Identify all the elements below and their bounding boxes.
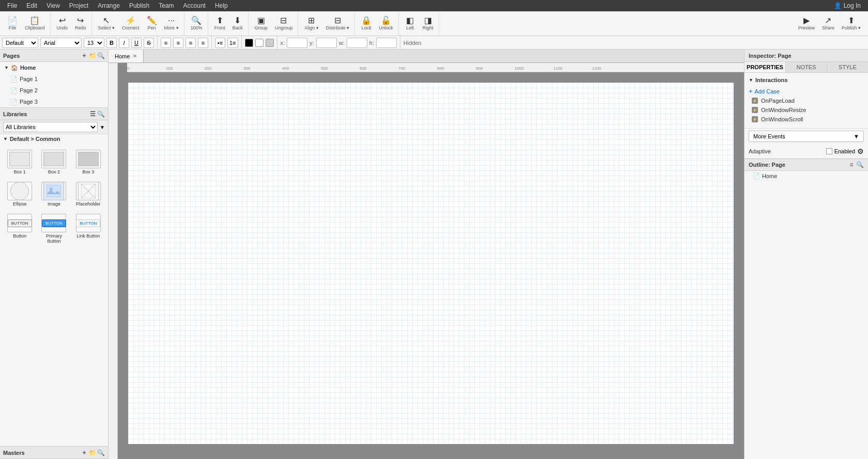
- bold-button[interactable]: B: [106, 38, 117, 48]
- new-file-button[interactable]: 📄 File: [4, 13, 21, 34]
- menu-arrange[interactable]: Arrange: [94, 1, 124, 10]
- library-item-box3[interactable]: Box 3: [73, 148, 104, 177]
- front-button[interactable]: ⬆ Front: [211, 13, 228, 34]
- ungroup-button[interactable]: ⊟ Ungroup: [272, 13, 296, 34]
- pages-folder-icon[interactable]: 📁: [88, 52, 97, 60]
- more-events-button[interactable]: More Events ▼: [749, 131, 864, 142]
- menu-help[interactable]: Help: [211, 1, 232, 10]
- menu-file[interactable]: File: [3, 1, 21, 10]
- font-size-select[interactable]: 13: [84, 38, 104, 48]
- pages-search-icon[interactable]: 🔍: [97, 52, 105, 60]
- menu-edit[interactable]: Edit: [22, 1, 41, 10]
- login-button[interactable]: 👤 Log In: [830, 1, 865, 10]
- select-button[interactable]: ↖ Select ▾: [95, 13, 118, 34]
- zoom-select[interactable]: 🔍 100%: [188, 13, 206, 34]
- page-item-page2[interactable]: 📄 Page 2: [0, 85, 108, 96]
- right-button[interactable]: ◨ Right: [420, 13, 437, 34]
- library-item-button[interactable]: BUTTON Button: [4, 212, 35, 246]
- h-input[interactable]: [376, 38, 397, 48]
- left-icon: ◧: [406, 17, 414, 25]
- y-label: y:: [309, 40, 314, 46]
- library-item-ellipse[interactable]: Ellipse: [4, 180, 35, 209]
- pages-add-icon[interactable]: +: [80, 52, 88, 60]
- bg-color-picker[interactable]: [255, 39, 264, 47]
- canvas-tab-home[interactable]: Home ✕: [109, 50, 144, 62]
- redo-button[interactable]: ↪ Redo: [72, 13, 89, 34]
- preview-button[interactable]: ▶ Preview: [795, 13, 818, 34]
- event-item-onwindowscroll[interactable]: ⚡ OnWindowScroll: [749, 115, 864, 124]
- align-center-button[interactable]: ≡: [173, 38, 183, 48]
- align-button[interactable]: ⊞ Align ▾: [301, 13, 322, 34]
- inspector-tab-notes[interactable]: NOTES: [786, 62, 827, 72]
- page-item-page3[interactable]: 📄 Page 3: [0, 96, 108, 107]
- masters-add-icon[interactable]: +: [80, 449, 88, 457]
- libraries-search-icon[interactable]: 🔍: [97, 110, 105, 118]
- underline-button[interactable]: U: [131, 38, 142, 48]
- number-list-button[interactable]: 1≡: [227, 38, 238, 48]
- menu-account[interactable]: Account: [179, 1, 210, 10]
- canvas-background[interactable]: [118, 72, 744, 459]
- menu-view[interactable]: View: [42, 1, 64, 10]
- outline-item-home[interactable]: 📄 Home: [745, 171, 868, 181]
- library-item-primary-button[interactable]: BUTTON Primary Button: [38, 212, 69, 246]
- left-button[interactable]: ◧ Left: [402, 13, 419, 34]
- libraries-header: Libraries ☰ 🔍: [0, 108, 108, 120]
- masters-folder-icon[interactable]: 📁: [88, 449, 97, 457]
- style-select[interactable]: Default: [2, 38, 38, 48]
- undo-button[interactable]: ↩ Undo: [54, 13, 71, 34]
- page-item-home[interactable]: ▼ 🏠 Home: [0, 62, 108, 73]
- clipboard-button[interactable]: 📋 Clipboard: [22, 13, 48, 34]
- pen-button[interactable]: ✏️ Pen: [144, 13, 160, 34]
- unlock-button[interactable]: 🔓 Unlock: [376, 13, 396, 34]
- group-button[interactable]: ▣ Group: [252, 13, 271, 34]
- share-button[interactable]: ↗ Share: [819, 13, 838, 34]
- library-item-image[interactable]: Image: [38, 180, 69, 209]
- library-item-box2[interactable]: Box 2: [38, 148, 69, 177]
- box2-label: Box 2: [48, 169, 60, 175]
- publish-button[interactable]: ⬆ Publish ▾: [839, 13, 864, 34]
- back-button[interactable]: ⬇ Back: [229, 13, 246, 34]
- canvas-tab-close[interactable]: ✕: [133, 53, 137, 59]
- text-color-picker[interactable]: [245, 39, 253, 47]
- distribute-button[interactable]: ⊟ Distribute ▾: [323, 13, 353, 34]
- adaptive-checkbox[interactable]: [826, 148, 832, 154]
- canvas-page[interactable]: [128, 83, 734, 444]
- align-justify-button[interactable]: ≡: [198, 38, 208, 48]
- outline-search-icon[interactable]: 🔍: [856, 161, 864, 169]
- menu-team[interactable]: Team: [154, 1, 178, 10]
- adaptive-settings-icon[interactable]: ⚙: [857, 147, 864, 155]
- library-filter-select[interactable]: All Libraries: [3, 122, 98, 132]
- library-item-placeholder[interactable]: Placeholder: [73, 180, 104, 209]
- event-item-onwindowresize[interactable]: ⚡ OnWindowResize: [749, 105, 864, 115]
- preview-icon: ▶: [803, 17, 810, 25]
- lock-button[interactable]: 🔒 Lock: [358, 13, 375, 34]
- strikethrough-button[interactable]: S: [144, 38, 154, 48]
- align-left-button[interactable]: ≡: [161, 38, 171, 48]
- library-filter-arrow[interactable]: ▼: [100, 124, 105, 130]
- italic-button[interactable]: I: [119, 38, 129, 48]
- bullet-list-button[interactable]: •≡: [215, 38, 225, 48]
- more-tools-button[interactable]: ··· More ▾: [161, 13, 182, 34]
- y-input[interactable]: [316, 38, 337, 48]
- inspector-tab-style[interactable]: STYLE: [827, 62, 868, 72]
- border-color-picker[interactable]: [266, 39, 274, 47]
- event-item-onpageload[interactable]: ⚡ OnPageLoad: [749, 96, 864, 105]
- library-item-box1[interactable]: Box 1: [4, 148, 35, 177]
- toolbar-group-leftright: ◧ Left ◨ Right: [400, 11, 439, 36]
- font-select[interactable]: Arial: [40, 38, 82, 48]
- outline-filter-icon[interactable]: ≡: [847, 161, 856, 169]
- menu-publish[interactable]: Publish: [125, 1, 153, 10]
- add-case-button[interactable]: + Add Case: [749, 86, 864, 96]
- library-category[interactable]: ▼ Default > Common: [0, 134, 108, 144]
- canvas-scroll[interactable]: ·: [118, 72, 744, 459]
- menu-project[interactable]: Project: [65, 1, 92, 10]
- connect-button[interactable]: ⚡ Connect: [119, 13, 143, 34]
- library-item-link-button[interactable]: BUTTON Link Button: [73, 212, 104, 246]
- page-item-page1[interactable]: 📄 Page 1: [0, 73, 108, 85]
- libraries-menu-icon[interactable]: ☰: [88, 110, 97, 118]
- masters-search-icon[interactable]: 🔍: [97, 449, 105, 457]
- inspector-tab-properties[interactable]: PROPERTIES: [745, 62, 786, 72]
- align-right-button[interactable]: ≡: [185, 38, 196, 48]
- w-input[interactable]: [347, 38, 367, 48]
- x-input[interactable]: [287, 38, 307, 48]
